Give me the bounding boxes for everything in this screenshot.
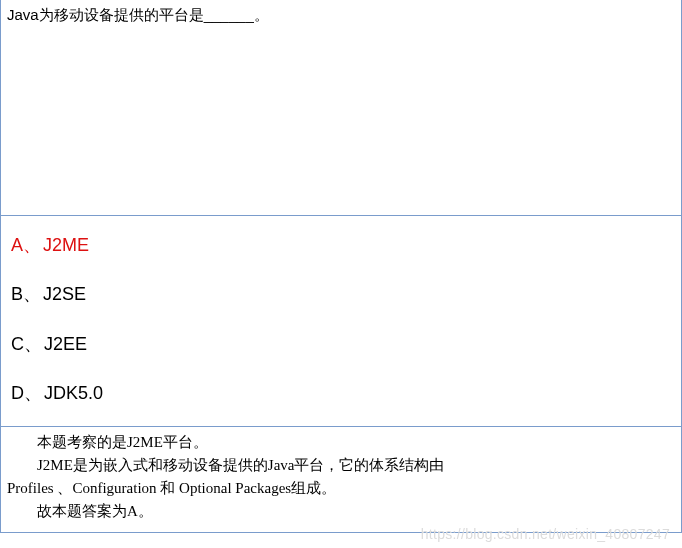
explanation-line: 故本题答案为A。 [7,500,675,523]
answer-text: J2SE [43,284,86,304]
answer-text: J2EE [44,334,87,354]
answer-label: B [11,284,23,304]
question-text: Java为移动设备提供的平台是______。 [7,4,675,25]
separator: 、 [23,235,41,255]
answers-panel: A、J2ME B、J2SE C、J2EE D、JDK5.0 [0,216,682,427]
explanation-line: Profiles 、Configuration 和 Optional Packa… [7,480,336,496]
answer-option-a[interactable]: A、J2ME [11,234,671,257]
answer-label: C [11,334,24,354]
question-panel: Java为移动设备提供的平台是______。 [0,0,682,216]
separator: 、 [24,383,42,403]
separator: 、 [24,334,42,354]
answer-label: D [11,383,24,403]
answer-text: JDK5.0 [44,383,103,403]
answer-text: J2ME [43,235,89,255]
explanation-line: 本题考察的是J2ME平台。 [7,431,675,454]
answer-label: A [11,235,23,255]
answer-option-d[interactable]: D、JDK5.0 [11,382,671,405]
answer-option-c[interactable]: C、J2EE [11,333,671,356]
explanation-panel: 本题考察的是J2ME平台。 J2ME是为嵌入式和移动设备提供的Java平台，它的… [0,427,682,533]
explanation-line: J2ME是为嵌入式和移动设备提供的Java平台，它的体系结构由 [7,454,675,477]
separator: 、 [23,284,41,304]
answer-option-b[interactable]: B、J2SE [11,283,671,306]
